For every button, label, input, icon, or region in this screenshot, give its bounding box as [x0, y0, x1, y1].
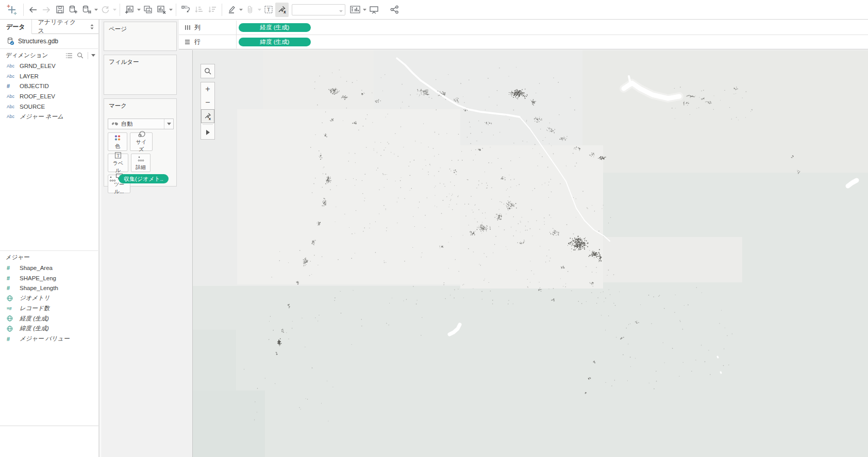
divider [0, 48, 99, 49]
map-search-button[interactable] [201, 64, 215, 78]
datasource-item[interactable]: Structures.gdb [0, 35, 98, 47]
duplicate-button[interactable] [141, 3, 155, 17]
fix-axes-button[interactable]: x [275, 3, 289, 17]
measure-field[interactable]: #メジャー バリュー [0, 334, 98, 344]
undo-button[interactable] [26, 3, 40, 17]
sort-ascending-button[interactable] [192, 3, 206, 17]
save-button[interactable] [53, 3, 66, 17]
measure-field[interactable]: 経度 (生成) [0, 313, 98, 324]
share-button[interactable] [388, 3, 401, 17]
geometry-pill[interactable]: 収集(ジオメト.. [119, 174, 169, 183]
abc-icon: Abc [7, 114, 14, 119]
dimension-field[interactable]: #OBJECTID [0, 81, 98, 91]
abc-icon: Abc [7, 104, 14, 109]
columns-pill[interactable]: 経度 (生成) [239, 23, 311, 32]
dimension-field[interactable]: AbcROOF_ELEV [0, 91, 98, 101]
highlight-button[interactable] [225, 3, 238, 17]
mark-type-dropdown[interactable]: 自動 [108, 119, 174, 129]
abc-icon: Abc [7, 63, 14, 69]
measure-field[interactable]: #Shape_Length [0, 283, 98, 293]
group-members-button[interactable] [243, 3, 257, 17]
dimension-field[interactable]: AbcLAYER [0, 71, 98, 81]
marks-card: マーク 自動 色サイズTラベル詳細ツール... 収集(ジオメト.. [104, 98, 177, 187]
dimension-field[interactable]: Abcメジャー ネーム [0, 111, 98, 122]
tableau-logo-icon[interactable] [3, 3, 21, 17]
measure-field[interactable]: #Shape_Area [0, 263, 98, 273]
db-pause-icon [82, 5, 91, 14]
size-button[interactable]: サイズ [130, 132, 153, 151]
rows-pill[interactable]: 緯度 (生成) [239, 38, 311, 46]
filters-shelf[interactable]: フィルター [104, 55, 177, 95]
divider [236, 21, 237, 48]
sidebar-splitter[interactable] [99, 20, 100, 457]
highlight-icon [227, 5, 236, 14]
map-controls-expand-button[interactable] [201, 126, 214, 139]
abc-icon: Abc [7, 94, 14, 99]
pages-label: ページ [104, 22, 176, 33]
color-icon [114, 134, 121, 142]
show-mark-labels-button[interactable]: T [262, 3, 275, 17]
run-update-button-caret-icon[interactable] [112, 3, 117, 17]
tab-data[interactable]: データ [0, 20, 32, 34]
redo-button[interactable] [40, 3, 53, 17]
presentation-mode-button[interactable] [367, 3, 380, 17]
find-field-icon[interactable] [77, 52, 84, 59]
number-icon: # [7, 265, 10, 271]
sort-descending-button[interactable] [206, 3, 219, 17]
measure-field[interactable]: ジオメトリ [0, 293, 98, 303]
dimension-field[interactable]: AbcSOURCE [0, 101, 98, 112]
mark-button-label: 詳細 [136, 164, 146, 171]
pause-auto-updates-button-caret-icon[interactable] [93, 3, 98, 17]
columns-label: 列 [194, 23, 201, 32]
sort-desc-icon [208, 5, 217, 14]
mark-type-caret-icon[interactable] [164, 119, 173, 129]
group-members-button-caret-icon[interactable] [257, 3, 262, 17]
swap-panes-icon[interactable] [85, 20, 98, 34]
measure-field[interactable]: =#レコード数 [0, 303, 98, 314]
sheet-add-icon [125, 5, 134, 14]
show-me-button-caret-icon[interactable] [362, 3, 367, 17]
pause-auto-updates-button[interactable] [80, 3, 93, 17]
label-button[interactable]: Tラベル [108, 154, 128, 172]
color-button[interactable]: 色 [108, 132, 127, 151]
pane-menu-caret-icon[interactable] [91, 54, 95, 57]
mark-button-label: サイズ [133, 139, 149, 153]
dimension-field[interactable]: AbcGRND_ELEV [0, 61, 98, 71]
highlight-button-caret-icon[interactable] [238, 3, 243, 17]
divider [0, 250, 99, 251]
clear-sheet-button[interactable] [155, 3, 168, 17]
mark-button-label: ラベル [111, 160, 125, 174]
map-pin-button[interactable]: x [201, 109, 214, 123]
field-label: Shape_Area [20, 265, 53, 271]
detail-icon [138, 155, 144, 163]
new-worksheet-button[interactable] [123, 3, 136, 17]
number-icon: # [7, 336, 10, 342]
new-worksheet-button-caret-icon[interactable] [136, 3, 141, 17]
measures-title: メジャー [6, 253, 30, 261]
clear-sheet-button-caret-icon[interactable] [168, 3, 173, 17]
zoom-in-button[interactable]: + [201, 82, 214, 96]
run-update-button[interactable] [98, 3, 112, 17]
show-me-button[interactable] [348, 3, 362, 17]
field-label: 緯度 (生成) [20, 325, 49, 332]
detail-button[interactable]: 詳細 [131, 154, 151, 172]
tab-analytics[interactable]: アナリティクス [32, 20, 85, 34]
main-toolbar: Tx [0, 0, 868, 20]
measure-field[interactable]: 緯度 (生成) [0, 324, 98, 334]
swap-icon [181, 5, 191, 14]
new-data-source-button[interactable] [66, 3, 80, 17]
swap-rows-columns-button[interactable] [179, 3, 192, 17]
map-scatter-canvas[interactable] [193, 50, 868, 457]
view-data-icon[interactable] [65, 53, 73, 59]
fit-selector[interactable] [292, 4, 345, 15]
sheet-clear-icon [157, 5, 166, 14]
show-me-icon [350, 5, 360, 14]
zoom-out-button[interactable]: − [201, 96, 214, 109]
abc-icon: Abc [7, 74, 14, 79]
datasource-name: Structures.gdb [18, 38, 58, 45]
map-view[interactable]: + − x [193, 50, 868, 457]
save-icon [56, 5, 64, 14]
measure-field[interactable]: #SHAPE_Leng [0, 273, 98, 283]
pages-shelf[interactable]: ページ [104, 22, 177, 51]
field-label: GRND_ELEV [20, 63, 56, 69]
